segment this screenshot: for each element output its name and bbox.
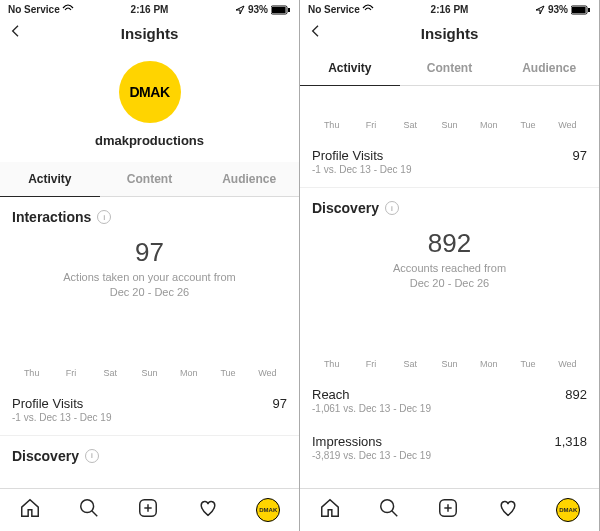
- tab-audience[interactable]: Audience: [199, 162, 299, 196]
- info-icon[interactable]: i: [385, 201, 399, 215]
- activity-icon[interactable]: [497, 497, 519, 523]
- reach-compare: -1,061 vs. Dec 13 - Dec 19: [300, 402, 599, 426]
- discovery-sub: Accounts reached fromDec 20 - Dec 26: [300, 261, 599, 291]
- svg-line-4: [92, 511, 98, 517]
- tab-activity[interactable]: Activity: [0, 162, 100, 197]
- create-icon[interactable]: [137, 497, 159, 523]
- home-icon[interactable]: [19, 497, 41, 523]
- avatar[interactable]: DMAK: [119, 61, 181, 123]
- page-title: Insights: [28, 25, 271, 42]
- search-icon[interactable]: [78, 497, 100, 523]
- interactions-sub: Actions taken on your account fromDec 20…: [0, 270, 299, 300]
- profile-visits-value: 97: [573, 148, 587, 163]
- info-icon[interactable]: i: [85, 449, 99, 463]
- profile-visits-compare: -1 vs. Dec 13 - Dec 19: [300, 163, 599, 187]
- discovery-title: Discoveryi: [300, 188, 599, 220]
- clock: 2:16 PM: [300, 4, 599, 15]
- tab-activity[interactable]: Activity: [300, 51, 400, 86]
- profile-nav-icon[interactable]: DMAK: [256, 498, 280, 522]
- profile-visits-row[interactable]: Profile Visits 97: [300, 140, 599, 163]
- interactions-value: 97: [0, 237, 299, 268]
- profile-block: DMAK dmakproductions: [0, 51, 299, 162]
- username: dmakproductions: [95, 133, 204, 148]
- discovery-chart[interactable]: [300, 291, 599, 355]
- svg-point-3: [81, 500, 94, 513]
- search-icon[interactable]: [378, 497, 400, 523]
- create-icon[interactable]: [437, 497, 459, 523]
- chart-xlabels: ThuFriSatSunMonTueWed: [300, 116, 599, 140]
- home-icon[interactable]: [319, 497, 341, 523]
- impressions-row[interactable]: Impressions 1,318: [300, 426, 599, 449]
- tab-content[interactable]: Content: [100, 162, 200, 196]
- discovery-title: Discoveryi: [0, 436, 299, 468]
- bottom-nav: DMAK: [300, 488, 599, 531]
- reach-value: 892: [565, 387, 587, 402]
- page-title: Insights: [328, 25, 571, 42]
- discovery-value: 892: [300, 228, 599, 259]
- reach-row[interactable]: Reach 892: [300, 379, 599, 402]
- back-button[interactable]: [308, 23, 328, 43]
- clock: 2:16 PM: [0, 4, 299, 15]
- profile-visits-label: Profile Visits: [312, 148, 383, 163]
- svg-point-11: [381, 500, 394, 513]
- tab-audience[interactable]: Audience: [499, 51, 599, 85]
- insights-tabs: Activity Content Audience: [300, 51, 599, 86]
- activity-icon[interactable]: [197, 497, 219, 523]
- info-icon[interactable]: i: [97, 210, 111, 224]
- chart-xlabels: ThuFriSatSunMonTueWed: [0, 364, 299, 388]
- phone-left: No Service 2:16 PM 93% Insights DMAK dma…: [0, 0, 299, 531]
- interactions-chart[interactable]: [0, 300, 299, 364]
- profile-visits-value: 97: [273, 396, 287, 411]
- status-bar: No Service 2:16 PM 93%: [0, 0, 299, 17]
- impressions-compare: -3,819 vs. Dec 13 - Dec 19: [300, 449, 599, 473]
- nav-header: Insights: [300, 17, 599, 51]
- profile-nav-icon[interactable]: DMAK: [556, 498, 580, 522]
- nav-header: Insights: [0, 17, 299, 51]
- impressions-label: Impressions: [312, 434, 382, 449]
- svg-line-12: [392, 511, 398, 517]
- reach-label: Reach: [312, 387, 350, 402]
- profile-visits-compare: -1 vs. Dec 13 - Dec 19: [0, 411, 299, 435]
- tab-content[interactable]: Content: [400, 51, 500, 85]
- interactions-title: Interactionsi: [0, 197, 299, 229]
- status-bar: No Service 2:16 PM 93%: [300, 0, 599, 17]
- insights-tabs: Activity Content Audience: [0, 162, 299, 197]
- bottom-nav: DMAK: [0, 488, 299, 531]
- profile-visits-label: Profile Visits: [12, 396, 83, 411]
- profile-visits-row[interactable]: Profile Visits 97: [0, 388, 299, 411]
- chart-xlabels: ThuFriSatSunMonTueWed: [300, 355, 599, 379]
- back-button[interactable]: [8, 23, 28, 43]
- phone-right: No Service 2:16 PM 93% Insights Activity…: [300, 0, 599, 531]
- impressions-value: 1,318: [554, 434, 587, 449]
- partial-chart[interactable]: [300, 86, 599, 116]
